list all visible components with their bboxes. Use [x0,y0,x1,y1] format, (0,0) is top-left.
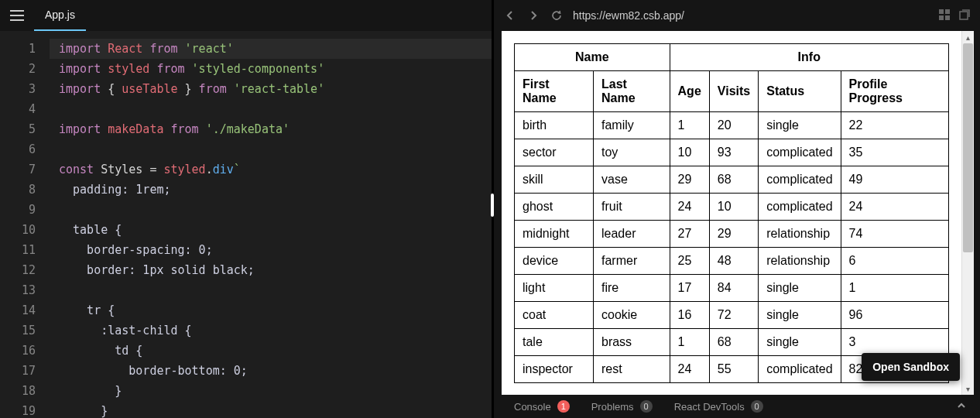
devtools-tab-label: React DevTools [674,401,745,413]
url-display[interactable]: https://ewm82.csb.app/ [573,9,929,22]
devtools-tab[interactable]: Console1 [514,400,570,413]
table-cell: relationship [759,221,841,248]
table-cell: 17 [670,275,709,302]
code-line[interactable]: } [59,401,492,418]
table-row: talebrass168single3 [515,329,949,356]
preview-frame: NameInfo First NameLast NameAgeVisitsSta… [502,31,974,395]
scroll-thumb[interactable] [963,43,973,252]
table-cell: family [593,112,670,139]
code-line[interactable]: border: 1px solid black; [59,260,492,280]
line-number: 5 [0,119,50,139]
code-line[interactable] [59,99,492,119]
scrollbar-vertical[interactable]: ▴ ▾ [961,31,974,395]
column-header: Visits [709,71,758,112]
svg-rect-6 [945,15,950,20]
table-cell: 55 [709,356,758,383]
table-cell: 29 [670,166,709,194]
column-header: First Name [515,71,594,112]
code-line[interactable]: const Styles = styled.div` [59,159,492,180]
table-cell: light [515,275,594,302]
browser-bar: https://ewm82.csb.app/ [494,0,980,31]
reload-icon[interactable] [550,10,564,21]
table-cell: single [759,112,841,139]
table-cell: 6 [841,248,948,275]
code-line[interactable]: border-bottom: 0; [59,361,492,381]
table-cell: complicated [759,139,841,166]
editor-panel: App.js 12345678910111213141516171819 imp… [0,0,494,418]
table-cell: 20 [709,112,758,139]
table-row: birthfamily120single22 [515,112,949,139]
table-cell: birth [515,112,594,139]
open-sandbox-button[interactable]: Open Sandbox [862,353,960,381]
badge: 0 [751,400,763,413]
table-cell: 10 [709,194,758,221]
scroll-down-icon[interactable]: ▾ [962,382,974,395]
code-line[interactable]: import React from 'react' [50,39,492,59]
code-line[interactable]: } [59,381,492,401]
menu-icon[interactable] [0,10,34,21]
header-row: First NameLast NameAgeVisitsStatusProfil… [515,71,949,112]
code-line[interactable]: :last-child { [59,320,492,341]
table-cell: 24 [670,194,709,221]
table-cell: tale [515,329,594,356]
table-cell: 24 [670,356,709,383]
forward-icon[interactable] [526,11,540,20]
scroll-up-icon[interactable]: ▴ [962,31,974,43]
devtools-tab[interactable]: React DevTools0 [674,400,763,413]
table-cell: 1 [670,112,709,139]
code-line[interactable]: td { [59,341,492,361]
codesandbox-icon[interactable] [938,9,951,23]
line-number: 8 [0,180,50,200]
table-cell: device [515,248,594,275]
code-line[interactable] [59,139,492,159]
line-number: 12 [0,260,50,280]
new-window-icon[interactable] [958,9,971,23]
code-area[interactable]: import React from 'react'import styled f… [50,31,492,418]
file-tab[interactable]: App.js [34,0,86,31]
table-cell: 84 [709,275,758,302]
preview-panel: https://ewm82.csb.app/ NameInfo First Na… [494,0,980,418]
svg-rect-3 [939,9,944,14]
column-header: Profile Progress [841,71,948,112]
back-icon[interactable] [503,11,517,20]
scroll-track[interactable] [962,43,974,382]
line-number: 15 [0,320,50,341]
table-cell: ghost [515,194,594,221]
table-cell: 25 [670,248,709,275]
code-line[interactable] [59,200,492,220]
line-number: 13 [0,280,50,300]
table-row: sectortoy1093complicated35 [515,139,949,166]
preview-content[interactable]: NameInfo First NameLast NameAgeVisitsSta… [502,31,961,395]
code-line[interactable]: padding: 1rem; [59,180,492,200]
table-cell: complicated [759,166,841,194]
line-number: 9 [0,200,50,220]
table-cell: inspector [515,356,594,383]
line-number: 17 [0,361,50,381]
column-header: Last Name [593,71,670,112]
table-cell: 27 [670,221,709,248]
code-line[interactable]: import { useTable } from 'react-table' [59,79,492,99]
table-cell: fire [593,275,670,302]
line-number: 2 [0,59,50,79]
editor-body[interactable]: 12345678910111213141516171819 import Rea… [0,31,492,418]
code-line[interactable]: border-spacing: 0; [59,240,492,260]
code-line[interactable]: table { [59,220,492,240]
chevron-up-icon[interactable] [957,401,966,413]
code-line[interactable]: tr { [59,300,492,320]
table-cell: rest [593,356,670,383]
line-gutter: 12345678910111213141516171819 [0,31,50,418]
code-line[interactable]: import makeData from './makeData' [59,119,492,139]
table-cell: 48 [709,248,758,275]
table-cell: 35 [841,139,948,166]
devtools-tab[interactable]: Problems0 [591,400,653,413]
table-cell: 96 [841,302,948,329]
code-line[interactable] [59,280,492,300]
svg-rect-5 [939,15,944,20]
table-cell: coat [515,302,594,329]
table-cell: single [759,302,841,329]
code-line[interactable]: import styled from 'styled-components' [59,59,492,79]
table-row: midnightleader2729relationship74 [515,221,949,248]
table-cell: 1 [670,329,709,356]
badge: 0 [640,400,653,413]
column-header: Status [759,71,841,112]
